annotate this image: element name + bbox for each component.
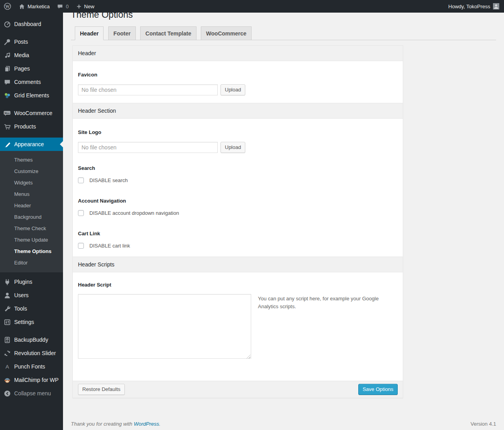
page-footer: Thank you for creating with WordPress. V… (71, 398, 496, 427)
sidebar-item-label: Plugins (14, 279, 32, 285)
home-icon (19, 3, 25, 10)
backup-drive-icon (3, 336, 11, 344)
sidebar-item-label: Users (14, 292, 29, 298)
theme-options-panel: Header Favicon Upload Header Section Sit… (72, 45, 403, 398)
sidebar-item-settings[interactable]: Settings (0, 315, 63, 329)
wordpress-link[interactable]: WordPress (134, 421, 159, 427)
pushpin-icon (3, 38, 11, 46)
sidebar-item-dashboard[interactable]: Dashboard (0, 17, 63, 31)
person-icon (3, 291, 11, 299)
panel-footer: Restore Defaults Save Options (73, 381, 403, 398)
disable-search-checkbox-label: DISABLE search (89, 177, 128, 183)
tab-footer[interactable]: Footer (108, 26, 136, 40)
site-name-menu[interactable]: Marketica (15, 0, 53, 13)
sidebar-item-label: Settings (14, 319, 34, 325)
svg-text:Woo: Woo (5, 112, 10, 114)
sidebar-item-label: Comments (14, 79, 41, 85)
account-navigation-label: Account Navigation (78, 187, 398, 204)
sidebar-item-collapse-menu[interactable]: Collapse menu (0, 387, 63, 400)
submenu-item-background[interactable]: Background (0, 211, 63, 223)
submenu-item-theme-options[interactable]: Theme Options (0, 246, 63, 257)
submenu-item-themes[interactable]: Themes (0, 154, 63, 166)
save-options-button[interactable]: Save Options (358, 384, 398, 395)
sidebar-item-media[interactable]: Media (0, 48, 63, 62)
sidebar-item-pages[interactable]: Pages (0, 62, 63, 75)
favicon-upload-button[interactable]: Upload (220, 84, 245, 95)
comment-count: 0 (66, 4, 69, 9)
comments-menu[interactable]: 0 (53, 0, 72, 13)
favicon-file-input[interactable] (78, 84, 218, 95)
avatar[interactable] (493, 3, 499, 9)
circular-arrows-icon (3, 349, 11, 357)
favicon-label: Favicon (78, 61, 398, 78)
letter-a-icon: A (3, 363, 11, 370)
section-header: Header (73, 46, 403, 61)
sidebar-item-comments[interactable]: Comments (0, 75, 63, 89)
submenu-item-theme-check[interactable]: Theme Check (0, 223, 63, 234)
sidebar-item-posts[interactable]: Posts (0, 35, 63, 48)
monkey-icon (3, 376, 11, 384)
woo-badge-icon: Woo (3, 109, 11, 117)
site-logo-upload-button[interactable]: Upload (220, 142, 245, 153)
tab-contact-template[interactable]: Contact Template (140, 26, 196, 40)
svg-text:W: W (5, 4, 10, 9)
sidebar-item-tools[interactable]: Tools (0, 302, 63, 315)
tab-header[interactable]: Header (75, 26, 104, 40)
sidebar-item-products[interactable]: Products (0, 120, 63, 133)
plug-icon (3, 278, 11, 286)
disable-search-checkbox[interactable] (78, 177, 84, 183)
wrench-icon (3, 305, 11, 313)
header-script-textarea[interactable] (78, 294, 251, 359)
disable-cart-link-checkbox-label: DISABLE cart link (89, 243, 130, 249)
sidebar-item-label: Products (14, 123, 36, 130)
pages-icon (3, 65, 11, 73)
header-script-label: Header Script (78, 272, 398, 288)
submenu-item-editor[interactable]: Editor (0, 257, 63, 268)
wordpress-logo-icon: W (4, 2, 11, 10)
disable-account-nav-checkbox-label: DISABLE account dropdown navigation (89, 210, 179, 216)
sidebar-item-backupbuddy[interactable]: BackupBuddy (0, 333, 63, 346)
site-logo-file-input[interactable] (78, 142, 218, 153)
sidebar-item-label: BackupBuddy (14, 337, 48, 343)
sidebar-item-punch-fonts[interactable]: A Punch Fonts (0, 360, 63, 373)
sidebar-item-label: Punch Fonts (14, 363, 45, 370)
new-label: New (84, 4, 94, 9)
disable-account-nav-checkbox[interactable] (78, 210, 84, 216)
sidebar-item-grid-elements[interactable]: Grid Elements (0, 89, 63, 102)
sliders-icon (3, 318, 11, 326)
admin-sidebar: Dashboard Posts Media Pages Comments Gri… (0, 13, 63, 430)
submenu-item-customize[interactable]: Customize (0, 166, 63, 177)
section-header-scripts: Header Scripts (73, 257, 403, 272)
sidebar-item-label: Media (14, 52, 29, 58)
new-content-menu[interactable]: New (72, 0, 98, 13)
footer-version: Version 4.1 (471, 421, 496, 427)
sidebar-item-mailchimp[interactable]: MailChimp for WP (0, 373, 63, 387)
submenu-item-header[interactable]: Header (0, 200, 63, 211)
tab-bar: Header Footer Contact Template WooCommer… (71, 26, 496, 40)
disable-cart-link-checkbox[interactable] (78, 243, 84, 249)
submenu-item-theme-update[interactable]: Theme Update (0, 234, 63, 246)
grid-elements-icon (3, 91, 11, 99)
music-note-icon (3, 51, 11, 59)
sidebar-item-label: Tools (14, 305, 27, 312)
wordpress-logo-menu[interactable]: W (0, 0, 15, 13)
sidebar-item-plugins[interactable]: Plugins (0, 275, 63, 289)
howdy-account[interactable]: Howdy, TokoPress (448, 4, 490, 9)
sidebar-item-users[interactable]: Users (0, 289, 63, 302)
site-logo-label: Site Logo (78, 119, 398, 135)
collapse-arrow-icon (3, 389, 11, 397)
submenu-item-menus[interactable]: Menus (0, 188, 63, 200)
restore-defaults-button[interactable]: Restore Defaults (78, 384, 125, 395)
sidebar-item-label: Posts (14, 39, 28, 45)
dashboard-icon (3, 20, 11, 28)
cart-link-label: Cart Link (78, 220, 398, 236)
submenu-item-widgets[interactable]: Widgets (0, 177, 63, 188)
sidebar-item-label: Grid Elements (14, 92, 49, 99)
sidebar-item-appearance[interactable]: Appearance (0, 138, 63, 151)
main-content: Theme Options Header Footer Contact Temp… (63, 0, 504, 427)
sidebar-item-woocommerce[interactable]: Woo WooCommerce (0, 106, 63, 120)
cart-icon (3, 123, 11, 130)
admin-bar: W Marketica 0 New Howdy, TokoPress (0, 0, 504, 13)
tab-woocommerce[interactable]: WooCommerce (201, 26, 251, 40)
sidebar-item-revolution-slider[interactable]: Revolution Slider (0, 346, 63, 360)
